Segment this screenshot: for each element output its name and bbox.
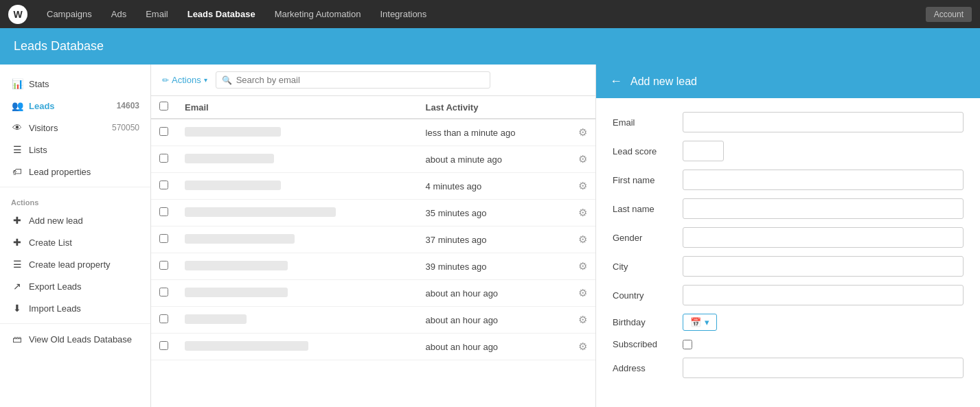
birthday-chevron: ▾: [705, 317, 709, 327]
email-label: Email: [613, 117, 674, 128]
activity-cell-5: 39 minutes ago: [418, 253, 570, 280]
sidebar-lead-properties-label: Lead properties: [29, 167, 91, 177]
email-cell-8: [176, 334, 418, 360]
user-button[interactable]: Account: [926, 7, 972, 22]
lead_score-label: Lead score: [613, 146, 674, 156]
gear-button-6[interactable]: ⚙: [578, 287, 587, 299]
sidebar-lists-label: Lists: [29, 145, 47, 155]
city-input[interactable]: [683, 256, 964, 277]
sidebar-item-lists[interactable]: ☰ Lists: [0, 139, 150, 161]
sidebar-item-stats[interactable]: 📊 Stats: [0, 73, 150, 95]
gear-button-4[interactable]: ⚙: [578, 233, 587, 246]
address-input[interactable]: [683, 358, 964, 378]
email-blur-0: [185, 127, 281, 137]
row-checkbox-4[interactable]: [159, 234, 168, 243]
row-checkbox-5[interactable]: [159, 261, 168, 270]
form-row-birthday: Birthday 📅 ▾: [613, 314, 964, 331]
import-icon: ⬇: [11, 303, 23, 314]
add-icon: ✚: [11, 215, 23, 226]
sidebar-export-leads[interactable]: ↗ Export Leads: [0, 275, 150, 297]
activity-cell-6: about an hour ago: [418, 280, 570, 307]
nav-integrations[interactable]: Integrations: [372, 6, 435, 22]
last_name-input[interactable]: [683, 198, 964, 219]
table-row: about an hour ago ⚙: [151, 334, 595, 360]
sidebar-view-old-label: View Old Leads Database: [29, 334, 132, 345]
first_name-input[interactable]: [683, 170, 964, 190]
email-blur-8: [185, 341, 308, 351]
birthday-picker-button[interactable]: 📅 ▾: [683, 314, 717, 331]
gear-button-5[interactable]: ⚙: [578, 260, 587, 272]
form-row-first_name: First name: [613, 170, 964, 190]
activity-cell-7: about an hour ago: [418, 307, 570, 334]
birthday-label: Birthday: [613, 317, 674, 327]
actions-column-header: [570, 96, 595, 119]
leads-badge: 14603: [117, 101, 139, 111]
pencil-icon: ✏: [162, 75, 169, 85]
form-row-gender: Gender: [613, 227, 964, 248]
last-activity-column-header: Last Activity: [418, 96, 570, 119]
sidebar-view-old[interactable]: 🗃 View Old Leads Database: [0, 328, 150, 350]
sidebar-item-visitors[interactable]: 👁 Visitors 570050: [0, 117, 150, 139]
country-input[interactable]: [683, 285, 964, 305]
search-icon: 🔍: [222, 75, 232, 85]
sidebar-create-list[interactable]: ✚ Create List: [0, 231, 150, 253]
gear-button-2[interactable]: ⚙: [578, 180, 587, 192]
subscribed-checkbox[interactable]: [683, 340, 692, 349]
row-checkbox-cell: [151, 200, 176, 226]
row-checkbox-cell: [151, 173, 176, 200]
actions-button[interactable]: ✏ Actions ▾: [162, 75, 207, 85]
sidebar-import-leads[interactable]: ⬇ Import Leads: [0, 297, 150, 319]
select-all-checkbox[interactable]: [159, 102, 168, 111]
row-checkbox-2[interactable]: [159, 181, 168, 189]
main-layout: 📊 Stats 👥 Leads 14603 👁 Visitors 570050 …: [0, 65, 980, 407]
gear-cell-6: ⚙: [570, 280, 595, 307]
row-checkbox-0[interactable]: [159, 127, 168, 136]
page-title: Leads Database: [14, 39, 104, 53]
nav-leads-database[interactable]: Leads Database: [179, 6, 264, 22]
sidebar-stats-label: Stats: [29, 79, 49, 89]
address-label: Address: [613, 363, 674, 373]
gender-input[interactable]: [683, 227, 964, 248]
email-cell-1: [176, 146, 418, 173]
create-property-icon: ☰: [11, 259, 23, 270]
tag-icon: 🏷: [11, 166, 23, 177]
sidebar-create-lead-property[interactable]: ☰ Create lead property: [0, 253, 150, 275]
search-input[interactable]: [236, 75, 484, 85]
gear-button-7[interactable]: ⚙: [578, 314, 587, 326]
row-checkbox-6[interactable]: [159, 288, 168, 296]
table-row: 39 minutes ago ⚙: [151, 253, 595, 280]
gear-cell-5: ⚙: [570, 253, 595, 280]
table-row: 4 minutes ago ⚙: [151, 173, 595, 200]
lead_score-input[interactable]: [683, 141, 724, 161]
form-row-address: Address: [613, 358, 964, 378]
row-checkbox-3[interactable]: [159, 207, 168, 216]
gear-cell-3: ⚙: [570, 200, 595, 226]
search-wrap: 🔍: [216, 71, 490, 89]
email-cell-7: [176, 307, 418, 334]
select-all-header: [151, 96, 176, 119]
row-checkbox-8[interactable]: [159, 341, 168, 350]
back-arrow-icon[interactable]: ←: [610, 74, 622, 89]
gear-button-3[interactable]: ⚙: [578, 207, 587, 219]
form-row-email: Email: [613, 112, 964, 132]
gear-button-8[interactable]: ⚙: [578, 340, 587, 353]
leads-table: Email Last Activity less than a minute a…: [151, 96, 595, 407]
gear-button-1[interactable]: ⚙: [578, 153, 587, 165]
email-blur-1: [185, 154, 274, 163]
email-input[interactable]: [683, 112, 964, 132]
sidebar-leads-label: Leads: [29, 101, 55, 111]
sidebar-add-new-lead[interactable]: ✚ Add new lead: [0, 209, 150, 231]
sidebar-item-lead-properties[interactable]: 🏷 Lead properties: [0, 161, 150, 183]
gear-cell-0: ⚙: [570, 119, 595, 146]
nav-marketing-automation[interactable]: Marketing Automation: [266, 6, 369, 22]
row-checkbox-1[interactable]: [159, 154, 168, 163]
right-panel: ← Add new lead Email Lead score First na…: [595, 65, 980, 407]
nav-campaigns[interactable]: Campaigns: [38, 6, 100, 22]
nav-email[interactable]: Email: [137, 6, 176, 22]
gear-cell-4: ⚙: [570, 226, 595, 253]
row-checkbox-7[interactable]: [159, 314, 168, 323]
nav-ads[interactable]: Ads: [103, 6, 135, 22]
chevron-down-icon: ▾: [204, 76, 207, 84]
gear-button-0[interactable]: ⚙: [578, 126, 587, 139]
sidebar-item-leads[interactable]: 👥 Leads 14603: [0, 95, 150, 117]
